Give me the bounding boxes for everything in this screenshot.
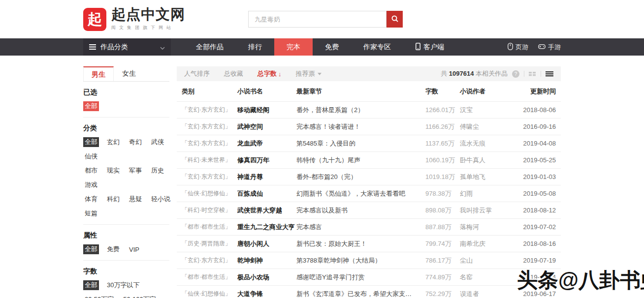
book-title-link[interactable]: 乾坤剑神: [237, 256, 296, 265]
selected-filter-chip[interactable]: 全部: [83, 101, 99, 111]
author-link[interactable]: 卧牛真人: [460, 156, 509, 165]
latest-chapter-link[interactable]: 番外，普林星系篇（2）: [296, 106, 425, 115]
book-category-link[interactable]: 「玄幻·东方玄幻」: [182, 256, 237, 265]
filter-chip[interactable]: 全部: [83, 280, 99, 290]
latest-chapter-link[interactable]: 新书已发：原始大厨王！: [296, 239, 425, 248]
filter-chip[interactable]: 全部: [83, 244, 99, 254]
author-link[interactable]: 流水无痕: [460, 139, 509, 148]
nav-item-web-games[interactable]: 页游: [508, 43, 528, 52]
filter-chip[interactable]: 轻小说: [150, 194, 172, 204]
header-category: 类别: [182, 87, 237, 96]
book-category-link[interactable]: 「仙侠·幻想修仙」: [182, 189, 237, 198]
site-title: 起点中文网: [111, 7, 185, 22]
book-category-link[interactable]: 「科幻·时空穿梭」: [182, 206, 237, 214]
table-row: 「玄幻·东方玄幻」 龙血武帝 第5485章：入侵目的 1137.65万 流水无痕…: [177, 135, 561, 151]
book-title-link[interactable]: 龙血武帝: [237, 139, 296, 148]
table-row: 「科幻·未来世界」 修真四万年 韩特传（九十九）尾声 1060.19万 卧牛真人…: [177, 151, 561, 168]
book-category-link[interactable]: 「玄幻·东方玄幻」: [182, 106, 237, 114]
site-subtitle: 阅文集团旗下网站: [111, 25, 185, 31]
filter-chip[interactable]: 30-50万字: [83, 295, 115, 298]
search-button[interactable]: [386, 11, 403, 28]
latest-chapter-link[interactable]: 新书《玄浑道章》已发布，希望大家支…: [296, 290, 425, 298]
search-input[interactable]: [248, 11, 386, 28]
filter-chip[interactable]: 体育: [83, 194, 99, 204]
author-link[interactable]: 幻雨: [460, 189, 509, 198]
book-category-link[interactable]: 「都市·都市生活」: [182, 273, 237, 281]
nav-item-client-app[interactable]: 客户端: [403, 38, 456, 56]
book-category-link[interactable]: 「仙侠·幻想修仙」: [182, 290, 237, 298]
book-list-panel: 人气排序 总收藏 总字数 ↓ 推荐票 共 1097614 本相关作品 ?: [177, 66, 561, 298]
word-count-value: 887.88万: [425, 223, 460, 232]
author-link[interactable]: 南希北庆: [460, 239, 509, 248]
nav-item-rank[interactable]: 排行: [236, 38, 274, 56]
filter-chip[interactable]: 奇幻: [128, 137, 143, 147]
question-icon[interactable]: ?: [512, 70, 519, 78]
author-link[interactable]: 尘山: [460, 256, 509, 265]
author-link[interactable]: 误道者: [460, 290, 509, 298]
latest-chapter-link[interactable]: 番外-都市篇20（完）: [296, 173, 425, 181]
filter-chip[interactable]: 仙侠: [83, 151, 99, 161]
category-menu-button[interactable]: 作品分类: [83, 38, 171, 56]
book-category-link[interactable]: 「都市·都市生活」: [182, 223, 237, 231]
book-title-link[interactable]: 大道争锋: [237, 290, 296, 298]
filter-chip[interactable]: 玄幻: [105, 137, 121, 147]
filter-chip[interactable]: 武侠: [150, 137, 165, 147]
filter-chip[interactable]: 全部: [83, 137, 99, 147]
nav-item-mobile-games[interactable]: 手游: [538, 43, 561, 52]
book-title-link[interactable]: 武侠世界大穿越: [237, 206, 296, 215]
author-link[interactable]: 落梅河: [460, 223, 509, 232]
filter-chip[interactable]: 悬疑: [128, 194, 143, 204]
book-title-link[interactable]: 重生九二之商业大亨: [237, 223, 296, 232]
filter-chip[interactable]: 30万字以下: [105, 280, 141, 290]
book-category-link[interactable]: 「玄幻·东方玄幻」: [182, 173, 237, 181]
site-logo[interactable]: 起 起点中文网 阅文集团旗下网站: [83, 7, 185, 31]
latest-chapter-link[interactable]: 完本感言以及新书: [296, 206, 425, 215]
author-link[interactable]: 傅啸尘: [460, 122, 509, 131]
latest-chapter-link[interactable]: 感谢呓语Y追寻掌门打赏: [296, 273, 425, 282]
grid-view-icon[interactable]: [529, 71, 536, 77]
filter-chip[interactable]: 都市: [83, 166, 99, 176]
book-title-link[interactable]: 武神空间: [237, 122, 296, 131]
filter-chip[interactable]: 现实: [105, 166, 121, 176]
latest-chapter-link[interactable]: 第3788章乾坤剑神（大结局）: [296, 256, 425, 265]
latest-chapter-link[interactable]: 韩特传（九十九）尾声: [296, 156, 425, 165]
book-title-link[interactable]: 百炼成仙: [237, 189, 296, 198]
book-category-link[interactable]: 「玄幻·东方玄幻」: [182, 122, 237, 131]
book-title-link[interactable]: 移动藏经阁: [237, 106, 296, 115]
filter-chip[interactable]: 军事: [128, 166, 143, 176]
sort-popularity[interactable]: 人气排序: [184, 69, 210, 78]
latest-chapter-link[interactable]: 完本感言！读者请进！: [296, 122, 425, 131]
author-link[interactable]: 孤单地飞: [460, 173, 509, 181]
filter-chip[interactable]: 50-100万字: [122, 295, 157, 298]
author-link[interactable]: 我叫排云掌: [460, 206, 509, 215]
list-view-icon[interactable]: [546, 71, 553, 77]
latest-chapter-link[interactable]: 幻雨新书《觅仙道》，大家请去看看吧: [296, 189, 425, 198]
tab-male[interactable]: 男生: [83, 66, 114, 81]
filter-chip[interactable]: 科幻: [105, 194, 121, 204]
author-link[interactable]: 名窑: [460, 273, 509, 282]
nav-item-completed[interactable]: 完本: [274, 38, 313, 56]
author-link[interactable]: 汉宝: [460, 106, 509, 115]
book-title-link[interactable]: 唐朝小闲人: [237, 239, 296, 248]
book-category-link[interactable]: 「玄幻·东方玄幻」: [182, 139, 237, 148]
book-title-link[interactable]: 修真四万年: [237, 156, 296, 165]
latest-chapter-link[interactable]: 完本感言: [296, 223, 425, 232]
book-category-link[interactable]: 「历史·两晋隋唐」: [182, 239, 237, 248]
filter-chip[interactable]: 游戏: [83, 180, 99, 190]
sort-word-count[interactable]: 总字数 ↓: [258, 69, 282, 78]
filter-chip[interactable]: VIP: [128, 245, 141, 254]
filter-chip[interactable]: 短篇: [83, 209, 99, 218]
nav-item-author-zone[interactable]: 作家专区: [351, 38, 403, 56]
nav-item-free[interactable]: 免费: [313, 38, 351, 56]
filter-chip[interactable]: 历史: [150, 166, 165, 176]
nav-item-all-works[interactable]: 全部作品: [184, 38, 236, 56]
latest-chapter-link[interactable]: 第5485章：入侵目的: [296, 139, 425, 148]
book-title-link[interactable]: 极品小农场: [237, 273, 296, 282]
sort-recommend-tickets[interactable]: 推荐票: [296, 69, 322, 78]
tab-female[interactable]: 女生: [114, 66, 144, 81]
sort-collections[interactable]: 总收藏: [224, 69, 243, 78]
filter-chip[interactable]: 免费: [105, 244, 121, 254]
update-date-value: 2019-01-03: [509, 173, 556, 180]
book-title-link[interactable]: 神道丹尊: [237, 173, 296, 181]
book-category-link[interactable]: 「科幻·未来世界」: [182, 156, 237, 164]
